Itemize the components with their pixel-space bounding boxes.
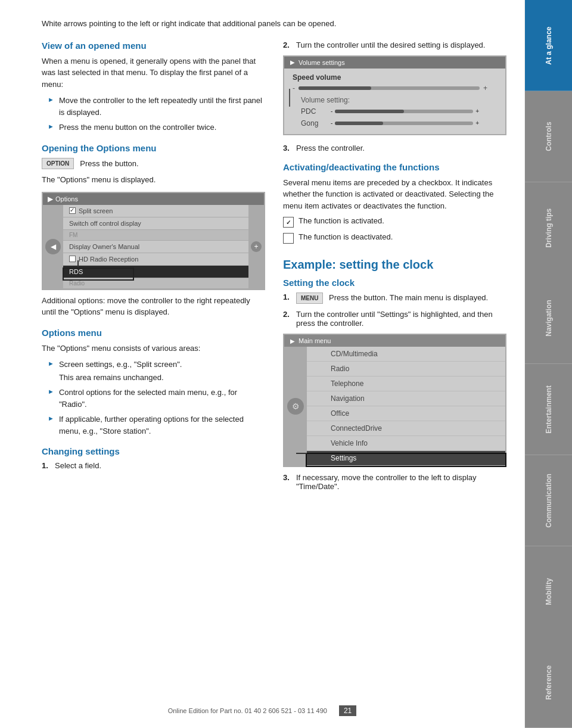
menu-item-radio: Radio <box>307 362 505 377</box>
sidebar-tab-driving-tips[interactable]: Driving tips <box>525 182 572 273</box>
options-right-ctrl: + <box>248 205 264 289</box>
opt-label-hd: HD Radio Reception <box>79 256 138 263</box>
intro-text: White arrows pointing to the left or rig… <box>42 18 506 30</box>
sidebar-tab-entertainment[interactable]: Entertainment <box>525 364 572 455</box>
menu-item-office: Office <box>307 406 505 421</box>
options-menu-displayed-text: The "Options" menu is displayed. <box>42 174 265 186</box>
bullet-text-1: Move the controller to the left repeated… <box>59 95 265 118</box>
section-heading-options: Opening the Options menu <box>42 143 265 153</box>
main-menu-items-list: CD/Multimedia Radio Telephone Navigation… <box>307 347 505 466</box>
opt-item-fm: FM <box>63 230 248 241</box>
section-heading-view-opened: View of an opened menu <box>42 41 265 51</box>
pdc-slider: - + <box>331 108 479 114</box>
main-menu-screenshot-wrapper: ▶ Main menu ⚙ CD/Multimedia Radio <box>283 334 506 467</box>
options-menu-body: The "Options" menu consists of various a… <box>42 343 265 354</box>
bullet-options-2: ► Control options for the selected main … <box>48 387 265 410</box>
clock-step-1: 1. MENU Press the button. The main menu … <box>283 293 506 304</box>
sidebar-tab-navigation[interactable]: Navigation <box>525 273 572 364</box>
bullet-options-1: ► Screen settings, e.g., "Split screen".… <box>48 359 265 383</box>
section-heading-options-menu: Options menu <box>42 328 265 338</box>
bullet-text-opt2: Control options for the selected main me… <box>59 387 265 410</box>
step-content-2: Turn the controller until the desired se… <box>296 41 506 49</box>
gong-slider-fill <box>335 122 383 125</box>
bullet-text-opt1-sub: This area remains unchanged. <box>59 372 182 384</box>
step-num-2: 2. <box>283 41 293 49</box>
gong-row: Gong - + <box>293 117 487 129</box>
press-button-text: Press the button. <box>80 158 138 170</box>
additional-options-text: Additional options: move the controller … <box>42 295 265 318</box>
bullet-item-2: ► Press the menu button on the controlle… <box>48 122 265 133</box>
bullet-arrow-opt1: ► <box>48 360 54 367</box>
menu-item-settings: Settings <box>307 451 505 466</box>
options-title: Options <box>55 195 78 203</box>
volume-title: Volume settings <box>299 59 345 66</box>
options-ctrl-circle[interactable]: ◀ <box>45 239 61 254</box>
func-checked-icon <box>283 217 294 228</box>
bullet-arrow-2: ► <box>48 123 54 130</box>
bullet-options-3: ► If applicable, further operating optio… <box>48 413 265 437</box>
option-button-img: OPTION <box>42 158 74 169</box>
step-2-turn: 2. Turn the controller until the desired… <box>283 41 506 49</box>
opt-item-owners-manual: Display Owner's Manual <box>63 241 248 253</box>
clock-step-num-1: 1. <box>283 293 293 301</box>
opt-item-radio: Radio <box>63 278 248 289</box>
volume-screenshot: ▶ Volume settings Speed volume - + Volum… <box>283 55 506 135</box>
options-menu-items: Split screen Switch off control display … <box>63 205 248 289</box>
main-menu-left-ctrl: ⚙ <box>284 347 307 466</box>
menu-item-cd: CD/Multimedia <box>307 347 505 362</box>
sidebar-tab-at-a-glance[interactable]: At a glance <box>525 0 572 91</box>
gong-label: Gong <box>301 119 331 127</box>
view-opened-body: When a menu is opened, it generally open… <box>42 55 265 91</box>
menu-item-connected: ConnectedDrive <box>307 421 505 436</box>
bullet-text-opt1: Screen settings, e.g., "Split screen". <box>59 360 182 369</box>
options-plus-btn[interactable]: + <box>251 241 262 252</box>
options-screen-wrapper: ▶ Options ◀ Split screen <box>42 192 265 290</box>
clock-step-num-2: 2. <box>283 310 293 319</box>
main-menu-screenshot: ▶ Main menu ⚙ CD/Multimedia Radio <box>283 334 506 467</box>
options-title-bar: ▶ Options <box>43 193 264 205</box>
clock-step1-text: Press the button. The main menu is displ… <box>329 293 488 302</box>
speed-volume-label: Speed volume <box>293 73 487 82</box>
gear-icon: ⚙ <box>287 398 304 415</box>
vol-plus: + <box>483 84 487 92</box>
func-unchecked-icon <box>283 233 294 244</box>
option-button-row: OPTION Press the button. <box>42 158 265 170</box>
setting-clock-heading: Setting the clock <box>283 278 506 288</box>
menu-item-vehicle: Vehicle Info <box>307 436 505 451</box>
pdc-label: PDC <box>301 107 331 116</box>
section-heading-activating: Activating/deactivating the functions <box>283 162 506 172</box>
sidebar-tab-controls[interactable]: Controls <box>525 91 572 182</box>
vol-minus: - <box>293 84 295 92</box>
volume-screen-body: Speed volume - + Volume setting: PDC <box>284 69 505 134</box>
opt-item-switch-off: Switch off control display <box>63 217 248 230</box>
bullet-arrow-opt3: ► <box>48 415 54 422</box>
bullet-item-1: ► Move the controller to the left repeat… <box>48 95 265 118</box>
main-menu-body: ⚙ CD/Multimedia Radio Telephone Navigati… <box>284 347 505 466</box>
bullet-arrow-opt2: ► <box>48 388 54 395</box>
main-menu-title-bar: ▶ Main menu <box>284 335 505 347</box>
clock-step-num-3: 3. <box>283 473 293 482</box>
gong-slider-track <box>335 122 473 125</box>
activating-body: Several menu items are preceded by a che… <box>283 177 506 212</box>
bullet-text-2: Press the menu button on the controller … <box>59 122 216 133</box>
sidebar-tab-mobility[interactable]: Mobility <box>525 546 572 637</box>
vol-callout-line <box>289 89 290 107</box>
clock-step2-text: Turn the controller until "Settings" is … <box>296 310 506 328</box>
right-sidebar: At a glance Controls Driving tips Naviga… <box>524 0 572 728</box>
bullet-text-opt3: If applicable, further operating options… <box>59 413 265 437</box>
menu-btn-img: MENU <box>296 293 323 304</box>
pdc-slider-fill <box>335 110 404 113</box>
options-menu-body: ◀ Split screen Switch off control displa… <box>43 205 264 289</box>
menu-item-telephone: Telephone <box>307 377 505 391</box>
func-activated-text: The function is activated. <box>299 216 384 225</box>
step-1-select: 1. Select a field. <box>42 461 265 470</box>
sidebar-tab-reference[interactable]: Reference <box>525 637 572 728</box>
opt-item-split-screen: Split screen <box>63 205 248 217</box>
opt-label-split: Split screen <box>79 207 113 214</box>
clock-step-3: 3. If necessary, move the controller to … <box>283 473 506 491</box>
sidebar-tab-communication[interactable]: Communication <box>525 455 572 546</box>
checkbox-split-screen <box>69 207 76 214</box>
footer-text: Online Edition for Part no. 01 40 2 606 … <box>168 707 327 714</box>
func-deactivated-text: The function is deactivated. <box>299 232 393 241</box>
options-left-ctrl: ◀ <box>43 205 63 289</box>
